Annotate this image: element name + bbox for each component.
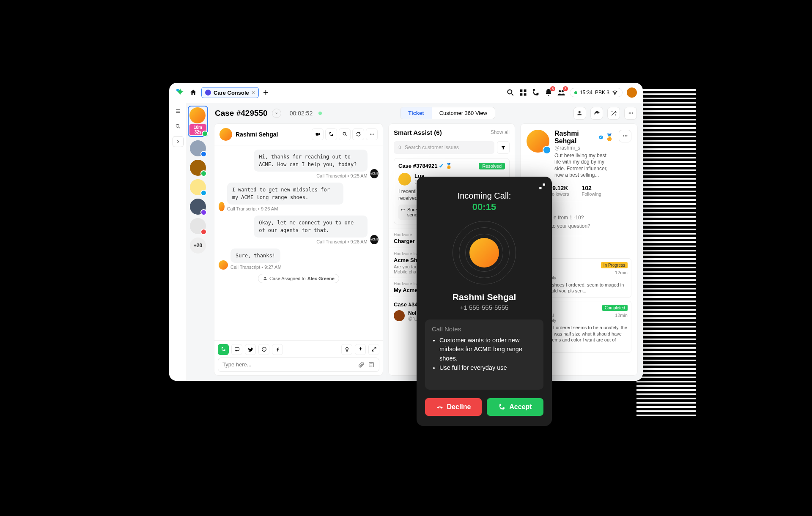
decline-button[interactable]: Decline	[425, 398, 482, 416]
channel-chat-button[interactable]	[231, 344, 242, 355]
case-dropdown-icon[interactable]	[272, 109, 281, 118]
message-meta: Call Transcript • 9:26 AM	[227, 206, 343, 211]
user-avatar[interactable]	[627, 87, 637, 98]
assign-icon[interactable]	[573, 107, 586, 120]
call-timer: 00:15	[425, 202, 543, 213]
more-icon[interactable]	[624, 107, 637, 120]
svg-point-19	[264, 277, 266, 278]
svg-point-11	[628, 112, 630, 114]
bell-icon[interactable]: 8	[544, 88, 553, 97]
home-icon[interactable]	[189, 89, 197, 96]
phone-icon[interactable]	[325, 128, 337, 140]
message-bubble: Sure, thanks!	[230, 248, 280, 263]
video-icon[interactable]	[312, 128, 324, 140]
composer	[214, 340, 383, 375]
add-tab-icon[interactable]: +	[263, 87, 269, 98]
channel-msg-icon	[200, 190, 207, 196]
svg-point-18	[373, 134, 373, 134]
contact-avatar	[219, 128, 232, 141]
phone-icon[interactable]	[532, 88, 540, 97]
show-all-link[interactable]: Show all	[491, 129, 510, 135]
template-icon[interactable]	[368, 361, 375, 368]
conversation-item-6[interactable]	[190, 218, 206, 234]
svg-point-25	[625, 135, 626, 137]
tab-close-icon[interactable]: ×	[252, 89, 255, 96]
accept-button[interactable]: Accept	[487, 398, 543, 416]
status-badge: Completed	[602, 305, 628, 311]
avatar	[189, 107, 206, 123]
search-icon[interactable]	[506, 88, 515, 97]
collapse-icon[interactable]	[173, 136, 184, 147]
sparkle-icon[interactable]	[355, 344, 366, 355]
channel-whatsapp-button[interactable]	[258, 344, 269, 355]
case-number: Case #3784921 ✔ 🏅	[398, 163, 452, 169]
barcode-decoration	[636, 89, 696, 419]
caller-avatar	[469, 238, 499, 268]
svg-rect-4	[520, 93, 522, 96]
svg-point-12	[630, 112, 631, 114]
call-note-1: Customer wants to order new midsoles for…	[439, 336, 537, 363]
svg-rect-2	[520, 90, 522, 92]
svg-point-8	[614, 94, 615, 95]
search-icon[interactable]	[173, 121, 184, 132]
channel-facebook-button[interactable]	[272, 344, 283, 355]
conversation-item-2[interactable]	[190, 140, 206, 156]
people-icon[interactable]: 3	[557, 88, 565, 97]
menu-icon[interactable]	[173, 106, 184, 117]
search-icon	[397, 145, 402, 150]
message-input[interactable]	[222, 361, 358, 368]
stat-following: 102	[582, 185, 601, 191]
message-meta: Call Transcript • 9:26 AM	[254, 239, 368, 244]
message-bubble: Okay, let me connect you to one of our a…	[254, 216, 368, 238]
conversation-item-5[interactable]	[190, 199, 206, 215]
status-dot-icon	[574, 91, 577, 94]
search-icon[interactable]	[339, 128, 351, 140]
tab-ticket[interactable]: Ticket	[401, 107, 431, 119]
profile-avatar	[527, 130, 549, 153]
conversation-item-4[interactable]	[190, 179, 206, 195]
svg-rect-20	[235, 348, 239, 351]
case-user-name: Nol	[408, 310, 417, 316]
message-bubble: I wanted to get new midsoles for my ACME…	[227, 183, 343, 205]
assigned-pill: Case Assigned to Alex Greene	[258, 274, 339, 283]
refresh-icon[interactable]	[352, 128, 364, 140]
svg-point-24	[623, 135, 624, 137]
call-title: Incoming Call:	[425, 191, 543, 201]
call-note-2: Use full for everyday use	[439, 363, 537, 373]
status-badge: Resolved	[479, 163, 505, 169]
bot-avatar: ACME	[370, 169, 379, 178]
svg-point-6	[559, 90, 561, 92]
activity-time: 12min	[615, 270, 628, 280]
conversation-item-1[interactable]: 10m 32s	[188, 106, 208, 137]
attach-icon[interactable]	[358, 361, 365, 368]
view-segment: Ticket Customer 360 View	[400, 107, 495, 119]
incoming-call-modal: Incoming Call: 00:15 Rashmi Sehgal +1 55…	[417, 177, 552, 426]
svg-rect-14	[315, 133, 318, 136]
svg-point-13	[632, 112, 633, 114]
message-list: ACMEHi, thanks for reaching out to ACME.…	[214, 145, 383, 340]
share-icon[interactable]	[590, 107, 603, 120]
apps-grid-icon[interactable]	[519, 88, 527, 97]
channel-viber-icon	[200, 209, 207, 216]
issue-search[interactable]: Search customer issues	[394, 141, 494, 154]
filter-icon[interactable]	[497, 141, 510, 154]
more-icon[interactable]	[366, 128, 378, 140]
profile-more-icon[interactable]	[619, 130, 631, 142]
tab-customer-360[interactable]: Customer 360 View	[432, 107, 495, 119]
call-notes: Call Notes Customer wants to order new m…	[425, 319, 543, 390]
expand-icon[interactable]	[368, 344, 379, 355]
svg-point-1	[508, 90, 512, 94]
expand-icon[interactable]	[538, 183, 546, 190]
network-label: PBK 3	[595, 90, 609, 96]
channel-call-icon	[200, 170, 207, 177]
caller-phone: +1 555-555-5555	[425, 304, 543, 311]
channel-call-button[interactable]	[218, 344, 229, 355]
svg-point-15	[343, 132, 346, 135]
workspace-tab[interactable]: Care Console ×	[201, 87, 259, 98]
status-pill[interactable]: 15:34 PBK 3	[570, 88, 623, 97]
conversation-item-3[interactable]	[190, 160, 206, 176]
channel-twitter-button[interactable]	[245, 344, 256, 355]
magic-icon[interactable]	[607, 107, 620, 120]
more-conversations[interactable]: +20	[190, 238, 206, 254]
lightbulb-icon[interactable]	[341, 344, 352, 355]
